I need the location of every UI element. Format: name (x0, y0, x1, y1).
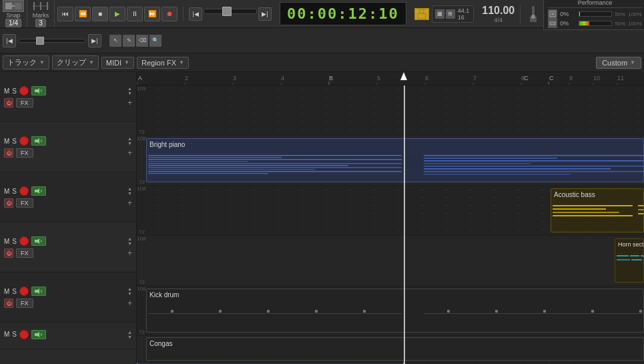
track-5-up[interactable]: ▲ (127, 287, 132, 291)
track-6-row1: M S ▲ ▼ (4, 330, 132, 339)
go-end-button[interactable]: ▶| (88, 34, 101, 47)
track-2-vol[interactable] (31, 136, 46, 146)
pencil-tool[interactable]: ✎ (123, 35, 135, 47)
track-5-rec[interactable] (19, 287, 29, 296)
track-3-power[interactable]: ⏻ (4, 198, 13, 208)
track-4-fx[interactable]: FX (16, 248, 33, 258)
track-5-plus[interactable]: + (127, 299, 132, 308)
record-button[interactable]: ⏺ (162, 7, 178, 21)
cursor-tool[interactable]: ↖ (109, 35, 121, 47)
track-6-m[interactable]: M (4, 331, 9, 338)
region-icon[interactable]: ⊞ (446, 9, 455, 19)
track-2-up[interactable]: ▲ (127, 136, 132, 141)
track-3-down[interactable]: ▼ (127, 191, 132, 196)
track-2-power[interactable]: ⏻ (4, 148, 13, 158)
track-6-vol[interactable] (31, 330, 46, 339)
track-1-vol[interactable] (31, 86, 46, 96)
arrange-track-4[interactable]: 108 72 Horn secti (137, 236, 644, 286)
track-4-rec[interactable] (19, 236, 29, 246)
track-4-m[interactable]: M (4, 238, 9, 245)
track-3-plus[interactable]: + (127, 198, 132, 208)
track-2-down[interactable]: ▼ (127, 141, 132, 146)
arrange-tracks[interactable]: 109 72 108 72 Bright piano (137, 85, 644, 364)
nav-to-start[interactable]: |◀ (189, 7, 202, 21)
track-4-power[interactable]: ⏻ (4, 248, 13, 258)
track-4-s[interactable]: S (12, 238, 17, 245)
fast-fwd-button[interactable]: ⏩ (144, 7, 160, 21)
track-3-vol[interactable] (31, 186, 46, 196)
arrange-track-2[interactable]: 108 72 Bright piano (137, 136, 644, 186)
track-3-m[interactable]: M (4, 188, 9, 195)
track-5-down[interactable]: ▼ (127, 291, 132, 296)
grid-icon[interactable]: ▦ (435, 9, 444, 19)
track-1-power[interactable]: ⏻ (4, 98, 13, 108)
track-2-plus[interactable]: + (127, 148, 132, 158)
track-5-power[interactable]: ⏻ (4, 299, 13, 308)
track-2-s[interactable]: S (12, 138, 17, 145)
arrange-track-5[interactable]: 108 72 Kick drum (137, 286, 644, 336)
track-5-vol[interactable] (31, 287, 46, 296)
svg-rect-101 (447, 310, 450, 313)
track-3-rec[interactable] (19, 186, 29, 196)
region-fx-dropdown[interactable]: Region FX ▼ (137, 57, 189, 69)
midi-dropdown[interactable]: MIDI ▼ (101, 57, 134, 69)
track-5-m[interactable]: M (4, 288, 9, 295)
zoom-slider[interactable] (19, 36, 85, 45)
tempo-value[interactable]: 110.00 (482, 5, 515, 17)
track-6-down[interactable]: ▼ (127, 335, 132, 339)
track-dropdown[interactable]: トラック ▼ (3, 55, 49, 69)
track-4-up[interactable]: ▲ (127, 236, 132, 241)
custom-dropdown[interactable]: Custom ▼ (596, 57, 641, 69)
track-1-rec[interactable] (19, 86, 29, 96)
arrange-track-6[interactable]: Congas (137, 336, 644, 363)
congas-region[interactable]: Congas (146, 337, 644, 361)
svg-text:6: 6 (425, 75, 428, 81)
track-6-s[interactable]: S (12, 331, 17, 338)
horn-section-region[interactable]: Horn secti (615, 238, 644, 283)
kick-drum-region[interactable]: Kick drum (146, 289, 644, 333)
arrange-track-1[interactable]: 109 72 (137, 85, 644, 136)
track-2-rec[interactable] (19, 136, 29, 146)
marks-value[interactable]: 3 (35, 19, 46, 27)
arrange-area: A 2 3 4 B 5 6 7 8 (137, 72, 644, 364)
svg-text:B: B (329, 75, 333, 81)
track-2-m[interactable]: M (4, 138, 9, 145)
track-4-plus[interactable]: + (127, 248, 132, 258)
pause-button[interactable]: ⏸ (127, 7, 143, 21)
track-1-m[interactable]: M (4, 87, 9, 95)
track-3-s[interactable]: S (12, 188, 17, 195)
track-1-plus[interactable]: + (127, 98, 132, 108)
track-3-up[interactable]: ▲ (127, 186, 132, 191)
clip-dropdown[interactable]: クリップ ▼ (52, 55, 99, 69)
custom-arrow: ▼ (630, 59, 635, 65)
track-3-fx[interactable]: FX (16, 198, 33, 208)
track-6-rec[interactable] (19, 330, 29, 339)
snap-value[interactable]: 1/4 (5, 19, 21, 27)
track-5-s[interactable]: S (12, 288, 17, 295)
fast-back-button[interactable]: ⏪ (75, 7, 91, 21)
track-6-up[interactable]: ▲ (127, 330, 132, 335)
position-slider[interactable] (204, 9, 257, 15)
stop-button[interactable]: ■ (92, 7, 108, 21)
arrange-track-3[interactable]: 108 72 Acoustic bass (137, 186, 644, 236)
nav-to-end[interactable]: ▶| (258, 7, 272, 21)
go-start-button[interactable]: |◀ (3, 34, 16, 47)
track-4-vol[interactable] (31, 236, 46, 246)
track-4-row2: ⏻ FX + (4, 248, 132, 258)
rewind-button[interactable]: ⏮ (57, 7, 73, 21)
acoustic-bass-region[interactable]: Acoustic bass (551, 188, 644, 232)
svg-rect-104 (591, 310, 594, 313)
track-5-fx[interactable]: FX (16, 299, 33, 308)
track-1-up[interactable]: ▲ (127, 86, 132, 91)
track-1-down[interactable]: ▼ (127, 91, 132, 96)
zoom-tool[interactable]: 🔍 (149, 35, 162, 47)
metronome-button[interactable] (414, 8, 429, 20)
eraser-tool[interactable]: ⌫ (136, 35, 148, 47)
track-1-s[interactable]: S (12, 87, 17, 95)
bright-piano-region[interactable]: Bright piano (146, 138, 644, 182)
play-button[interactable]: ▶ (109, 7, 125, 21)
ruler[interactable]: A 2 3 4 B 5 6 7 8 (137, 72, 644, 85)
track-4-down[interactable]: ▼ (127, 241, 132, 246)
track-1-fx[interactable]: FX (16, 98, 33, 108)
track-2-fx[interactable]: FX (16, 148, 33, 158)
